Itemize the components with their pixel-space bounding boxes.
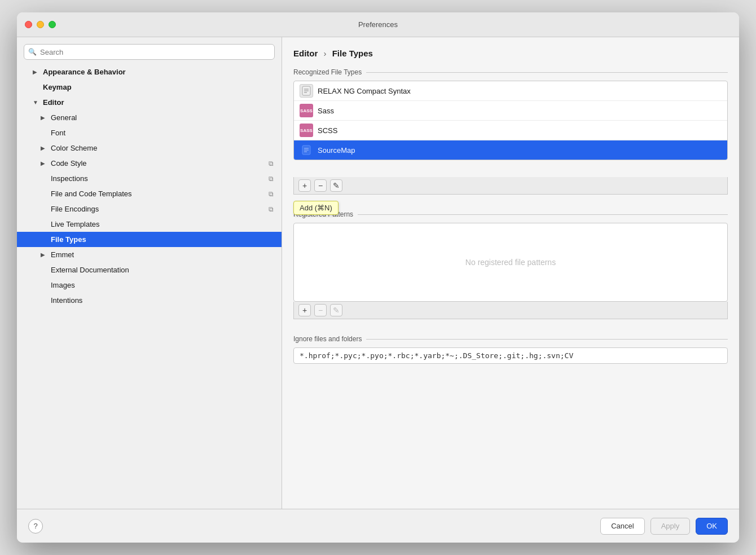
sidebar-item-label: Emmet — [51, 250, 274, 259]
text-file-icon-selected — [300, 143, 313, 157]
help-button[interactable]: ? — [28, 519, 43, 534]
chevron-down-icon: ▼ — [33, 99, 41, 105]
sidebar-item-label: Code Style — [51, 159, 269, 168]
file-types-list: RELAX NG Compact Syntax SASS Sass SASS — [293, 81, 728, 160]
sidebar: 🔍 ▶ Appearance & Behavior Keymap ▼ Edito… — [17, 37, 282, 509]
sidebar-item-label: Inspections — [51, 174, 269, 183]
add-pattern-button[interactable]: + — [298, 304, 311, 316]
sidebar-item-label: General — [51, 113, 274, 122]
minimize-button[interactable] — [37, 21, 44, 28]
sidebar-item-label: Live Templates — [51, 220, 274, 228]
apply-button[interactable]: Apply — [650, 518, 691, 535]
recognized-section-label: Recognized File Types — [293, 68, 362, 76]
ignore-input[interactable] — [293, 347, 728, 364]
sidebar-item-file-code-templates[interactable]: File and Code Templates ⧉ — [17, 186, 282, 201]
file-type-item-relax[interactable]: RELAX NG Compact Syntax — [294, 81, 727, 101]
sidebar-item-appearance[interactable]: ▶ Appearance & Behavior — [17, 64, 282, 80]
edit-pattern-button[interactable]: ✎ — [330, 304, 342, 316]
cancel-button[interactable]: Cancel — [600, 518, 644, 535]
file-icon-relax — [300, 84, 313, 98]
traffic-lights — [25, 21, 56, 28]
sidebar-item-intentions[interactable]: Intentions — [17, 293, 282, 308]
copy-icon: ⧉ — [269, 160, 274, 168]
remove-file-type-button[interactable]: − — [314, 179, 327, 192]
file-type-item-sass[interactable]: SASS Sass — [294, 101, 727, 121]
help-icon: ? — [33, 522, 37, 530]
sidebar-item-label: Color Scheme — [51, 144, 274, 152]
sidebar-item-file-types[interactable]: File Types — [17, 232, 282, 247]
sidebar-item-color-scheme[interactable]: ▶ Color Scheme — [17, 140, 282, 156]
registered-section-label: Registered Patterns — [293, 210, 353, 218]
titlebar: Preferences — [17, 12, 739, 37]
add-file-type-button[interactable]: + — [298, 179, 311, 192]
sidebar-item-keymap[interactable]: Keymap — [17, 80, 282, 95]
sidebar-item-label: Font — [51, 129, 274, 137]
ignore-section-label: Ignore files and folders — [293, 335, 362, 343]
sass-icon-scss: SASS — [300, 124, 313, 137]
file-types-toolbar: + − ✎ — [293, 177, 728, 195]
ignore-section: Ignore files and folders — [293, 335, 728, 343]
sidebar-item-live-templates[interactable]: Live Templates — [17, 217, 282, 232]
remove-pattern-button[interactable]: − — [314, 304, 327, 316]
chevron-icon: ▶ — [41, 145, 49, 151]
file-type-label: SCSS — [318, 126, 337, 135]
chevron-icon: ▶ — [33, 69, 41, 75]
file-type-label: SourceMap — [318, 146, 355, 155]
search-icon: 🔍 — [28, 48, 37, 56]
sidebar-item-font[interactable]: Font — [17, 125, 282, 140]
recognized-file-types-section: Recognized File Types — [293, 68, 728, 76]
preferences-window: Preferences 🔍 ▶ Appearance & Behavior Ke… — [17, 12, 739, 543]
chevron-icon: ▶ — [41, 114, 49, 121]
sidebar-item-editor[interactable]: ▼ Editor — [17, 95, 282, 110]
file-type-item-sourcemap[interactable]: SourceMap — [294, 140, 727, 160]
edit-file-type-button[interactable]: ✎ — [330, 179, 342, 192]
chevron-icon: ▶ — [41, 160, 49, 166]
registered-patterns-box: No registered file patterns — [293, 223, 728, 302]
breadcrumb-prefix: Editor — [293, 49, 318, 58]
sidebar-item-file-encodings[interactable]: File Encodings ⧉ — [17, 201, 282, 217]
sidebar-item-label: File Types — [51, 235, 274, 244]
breadcrumb-current: File Types — [332, 49, 373, 58]
file-type-label: Sass — [318, 107, 334, 115]
chevron-icon: ▶ — [41, 252, 49, 258]
patterns-toolbar: + − ✎ — [293, 302, 728, 319]
main-panel: Editor › File Types Recognized File Type… — [282, 37, 739, 509]
copy-icon: ⧉ — [269, 190, 274, 198]
close-button[interactable] — [25, 21, 32, 28]
registered-patterns-section: Registered Patterns — [293, 210, 728, 218]
file-type-item-scss[interactable]: SASS SCSS — [294, 121, 727, 140]
ok-button[interactable]: OK — [696, 518, 728, 535]
sidebar-item-images[interactable]: Images — [17, 278, 282, 293]
sidebar-item-general[interactable]: ▶ General — [17, 110, 282, 125]
sidebar-item-label: File and Code Templates — [51, 190, 269, 198]
file-icon-sourcemap — [300, 143, 313, 157]
file-icon-scss: SASS — [300, 124, 313, 137]
copy-icon: ⧉ — [269, 205, 274, 213]
content-area: 🔍 ▶ Appearance & Behavior Keymap ▼ Edito… — [17, 37, 739, 509]
breadcrumb-separator: › — [324, 49, 327, 58]
no-patterns-text: No registered file patterns — [465, 258, 556, 267]
sidebar-item-emmet[interactable]: ▶ Emmet — [17, 247, 282, 262]
breadcrumb: Editor › File Types — [293, 49, 728, 58]
sidebar-item-label: File Encodings — [51, 205, 269, 213]
sidebar-item-inspections[interactable]: Inspections ⧉ — [17, 171, 282, 186]
sidebar-item-external-documentation[interactable]: External Documentation — [17, 262, 282, 278]
sass-icon: SASS — [300, 104, 313, 117]
sidebar-item-code-style[interactable]: ▶ Code Style ⧉ — [17, 156, 282, 171]
sidebar-item-label: External Documentation — [51, 266, 274, 274]
search-input[interactable] — [24, 44, 275, 60]
file-icon-sass: SASS — [300, 104, 313, 117]
window-title: Preferences — [358, 20, 398, 29]
bottom-bar: ? Cancel Apply OK — [17, 509, 739, 543]
sidebar-item-label: Keymap — [43, 83, 274, 91]
sidebar-item-label: Editor — [43, 98, 274, 107]
text-file-icon — [300, 84, 313, 98]
sidebar-item-label: Images — [51, 281, 274, 289]
file-type-label: RELAX NG Compact Syntax — [318, 87, 411, 95]
search-bar: 🔍 — [24, 44, 275, 60]
maximize-button[interactable] — [49, 21, 56, 28]
sidebar-item-label: Appearance & Behavior — [43, 68, 274, 76]
copy-icon: ⧉ — [269, 175, 274, 183]
sidebar-item-label: Intentions — [51, 296, 274, 305]
